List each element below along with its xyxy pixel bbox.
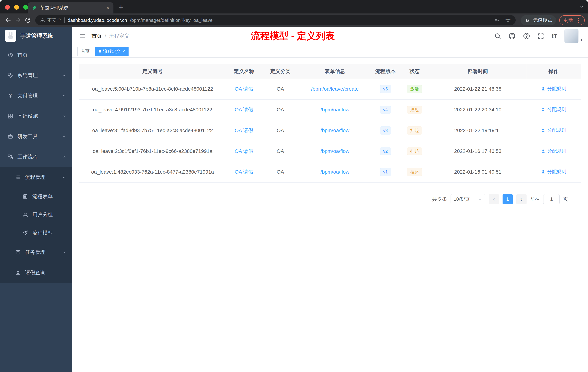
- pagination: 共 5 条 10条/页 ‹ 1 › 前往 页: [79, 194, 581, 204]
- cell-deploy-time: 2022-01-22 20:34:10: [430, 99, 526, 120]
- cell-category: OA: [262, 79, 299, 99]
- chevron-down-icon: [62, 134, 66, 139]
- help-icon[interactable]: [523, 33, 530, 40]
- hamburger-icon[interactable]: [77, 31, 88, 41]
- page-title: 流程模型 - 定义列表: [251, 30, 335, 42]
- definition-name-link[interactable]: OA 请假: [235, 107, 253, 112]
- sidebar-item-workflow[interactable]: 工作流程: [0, 147, 72, 167]
- sidebar-item-task-management[interactable]: 任务管理: [0, 242, 72, 263]
- assign-rule-button[interactable]: 分配规则: [541, 169, 566, 175]
- assign-rule-button[interactable]: 分配规则: [541, 148, 566, 154]
- tab-close-icon[interactable]: ×: [106, 5, 109, 11]
- definition-table: 定义编号 定义名称 定义分类 表单信息 流程版本 状态 部署时间 操作 oa_l…: [79, 64, 581, 183]
- url-host: dashboard.yudao.iocoder.cn: [68, 17, 127, 23]
- next-page-button[interactable]: ›: [516, 194, 526, 204]
- table-row: oa_leave:2:3c1f0ef1-76b1-11ec-9c66-a2380…: [79, 141, 581, 162]
- assign-rule-button[interactable]: 分配规则: [541, 127, 566, 133]
- gear-icon: [7, 72, 13, 78]
- column-header-deploy-time: 部署时间: [430, 64, 526, 79]
- maximize-window-button[interactable]: [23, 5, 28, 10]
- new-tab-button[interactable]: +: [118, 3, 124, 11]
- tag-process-definition[interactable]: 流程定义 ×: [95, 47, 128, 56]
- avatar[interactable]: [564, 29, 578, 43]
- close-window-button[interactable]: [5, 5, 10, 10]
- assign-rule-button[interactable]: 分配规则: [541, 106, 566, 113]
- navbar-actions: tT ▾: [494, 29, 583, 43]
- reload-button[interactable]: [23, 15, 33, 25]
- sidebar-item-user-group[interactable]: 用户分组: [0, 206, 72, 224]
- font-size-icon[interactable]: tT: [552, 33, 557, 40]
- minimize-window-button[interactable]: [14, 5, 19, 10]
- url-path: /bpm/manager/definition?key=oa_leave: [130, 17, 213, 23]
- sidebar-item-infrastructure[interactable]: 基础设施: [0, 106, 72, 126]
- version-badge: v4: [380, 106, 391, 114]
- form-link[interactable]: /bpm/oa/leave/create: [311, 86, 359, 92]
- send-icon: [22, 230, 28, 236]
- tag-close-icon[interactable]: ×: [122, 49, 125, 54]
- sidebar-item-label: 请假查询: [25, 269, 45, 276]
- version-badge: v3: [380, 127, 391, 134]
- form-link[interactable]: /bpm/oa/flow: [321, 107, 349, 112]
- sidebar: 芋道管理系统 首页 系统管理 ¥ 支付管理: [0, 27, 72, 372]
- sidebar-item-label: 研发工具: [17, 133, 38, 140]
- url-divider: [64, 17, 65, 23]
- content-area: 定义编号 定义名称 定义分类 表单信息 流程版本 状态 部署时间 操作 oa_l…: [72, 57, 588, 372]
- search-icon[interactable]: [494, 33, 501, 40]
- page-unit-label: 页: [563, 196, 568, 202]
- browser-toolbar: 不安全 dashboard.yudao.iocoder.cn /bpm/mana…: [0, 13, 588, 27]
- app-title: 芋道管理系统: [20, 32, 53, 40]
- definition-name-link[interactable]: OA 请假: [235, 169, 253, 175]
- user-menu[interactable]: ▾: [564, 29, 583, 43]
- browser-tab[interactable]: 芋道管理系统 ×: [28, 2, 114, 13]
- github-icon[interactable]: [508, 33, 516, 40]
- tag-home[interactable]: 首页: [77, 47, 93, 56]
- tab-search-chevron-icon[interactable]: [579, 4, 584, 9]
- window-controls: [5, 5, 28, 10]
- form-link[interactable]: /bpm/oa/flow: [321, 128, 349, 133]
- back-button[interactable]: [3, 15, 13, 25]
- forward-button[interactable]: [13, 15, 23, 25]
- form-link[interactable]: /bpm/oa/flow: [321, 148, 349, 154]
- incognito-badge: 无痕模式: [521, 15, 556, 25]
- definition-name-link[interactable]: OA 请假: [235, 86, 253, 92]
- browser-update-button[interactable]: 更新 ⋮: [559, 15, 585, 25]
- app-logo: [5, 30, 16, 42]
- definition-name-link[interactable]: OA 请假: [235, 128, 253, 133]
- chevron-down-icon: [62, 73, 66, 77]
- fullscreen-icon[interactable]: [537, 33, 544, 40]
- sidebar-item-payment[interactable]: ¥ 支付管理: [0, 86, 72, 106]
- sidebar-item-leave-query[interactable]: 请假查询: [0, 263, 72, 283]
- goto-page-input[interactable]: [543, 194, 560, 204]
- assign-rule-button[interactable]: 分配规则: [541, 86, 566, 92]
- previous-page-button[interactable]: ‹: [489, 194, 499, 204]
- security-label: 不安全: [47, 17, 62, 23]
- sidebar-item-process-management[interactable]: 流程管理: [0, 167, 72, 187]
- sidebar-item-home[interactable]: 首页: [0, 45, 72, 65]
- page-size-select[interactable]: 10条/页: [451, 194, 485, 204]
- tag-label: 首页: [81, 48, 90, 54]
- column-header-status: 状态: [400, 64, 430, 79]
- address-bar[interactable]: 不安全 dashboard.yudao.iocoder.cn /bpm/mana…: [35, 15, 516, 25]
- sidebar-logo-row[interactable]: 芋道管理系统: [0, 27, 72, 45]
- sidebar-item-dev-tools[interactable]: 研发工具: [0, 126, 72, 147]
- cell-category: OA: [262, 120, 299, 141]
- sidebar-item-process-form[interactable]: 流程表单: [0, 187, 72, 206]
- current-page-button[interactable]: 1: [503, 194, 513, 204]
- bookmark-star-icon[interactable]: ☆: [505, 17, 511, 23]
- cell-id: oa_leave:1:482ec033-762a-11ec-8477-a2380…: [79, 162, 226, 182]
- definition-name-link[interactable]: OA 请假: [235, 148, 253, 154]
- breadcrumb-home-link[interactable]: 首页: [92, 33, 102, 40]
- sidebar-item-process-model[interactable]: 流程模型: [0, 224, 72, 242]
- password-key-icon[interactable]: [494, 17, 500, 23]
- version-badge: v5: [380, 85, 391, 93]
- sidebar-item-system[interactable]: 系统管理: [0, 65, 72, 86]
- sidebar-item-label: 基础设施: [17, 113, 38, 120]
- security-chip[interactable]: 不安全: [40, 17, 62, 23]
- infrastructure-icon: [7, 113, 13, 119]
- navbar: 首页 / 流程定义 流程模型 - 定义列表 tT: [72, 27, 588, 45]
- browser-menu-icon[interactable]: ⋮: [575, 17, 581, 23]
- form-link[interactable]: /bpm/oa/flow: [321, 169, 349, 175]
- status-badge: 挂起: [407, 106, 422, 114]
- cell-category: OA: [262, 141, 299, 162]
- cell-deploy-time: 2022-01-16 01:40:51: [430, 162, 526, 182]
